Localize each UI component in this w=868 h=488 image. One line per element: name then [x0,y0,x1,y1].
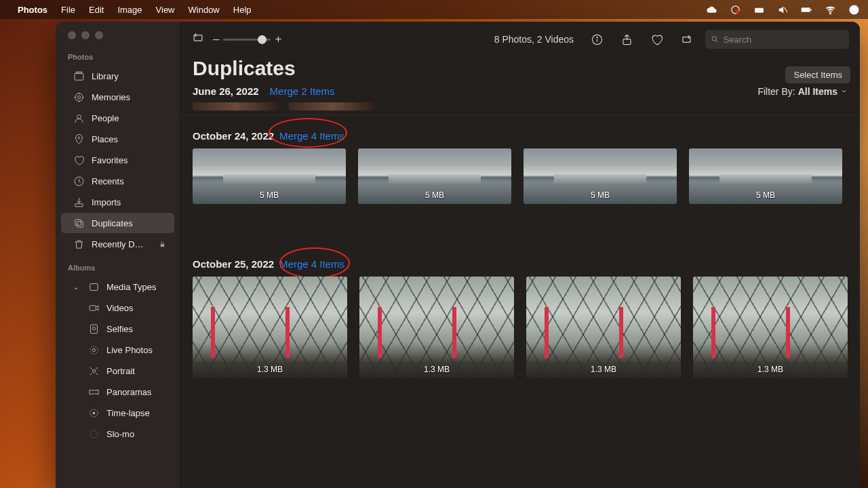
photo-thumbnail[interactable]: 1.3 MB [693,277,848,378]
timelapse-icon [88,407,100,419]
sidebar-item-favorites[interactable]: Favorites [61,150,174,170]
item-count: 8 Photos, 2 Videos [494,34,574,45]
svg-rect-20 [75,203,83,206]
menu-image[interactable]: Image [117,5,142,15]
sidebar-item-panoramas[interactable]: Panoramas [61,382,174,402]
svg-rect-25 [90,305,96,310]
sidebar-item-recents[interactable]: Recents [61,171,174,191]
zoom-out-button[interactable]: – [213,33,219,46]
menu-file[interactable]: File [61,5,75,15]
sidebar-item-library[interactable]: Library [61,66,174,86]
svg-point-27 [92,327,95,329]
sidebar-item-duplicates[interactable]: Duplicates [61,213,174,233]
file-size: 5 MB [425,190,444,200]
merge-link[interactable]: Merge 4 Items [279,130,344,142]
svg-point-28 [92,348,95,351]
sidebar-item-timelapse[interactable]: Time-lapse [61,403,174,423]
search-field[interactable] [705,30,849,49]
volume-muted-icon[interactable] [777,4,789,16]
sidebar-item-label: Portrait [106,366,135,376]
toolbar: – + 8 Photos, 2 Videos [180,22,860,57]
sidebar-item-videos[interactable]: Videos [61,298,174,318]
sidebar-item-portrait[interactable]: Portrait [61,361,174,381]
battery-icon[interactable] [801,4,812,16]
select-items-button[interactable]: Select Items [785,66,850,83]
menu-window[interactable]: Window [189,5,220,15]
photo-thumbnail[interactable]: 1.3 MB [359,277,514,378]
do-not-disturb-icon[interactable] [753,4,765,16]
file-size: 5 MB [591,190,610,200]
sidebar-item-recently-deleted[interactable]: Recently D… [61,234,174,254]
search-icon [711,35,719,44]
svg-point-18 [78,136,80,138]
window-controls[interactable] [56,31,180,39]
sidebar-item-memories[interactable]: Memories [61,87,174,107]
menu-help[interactable]: Help [233,5,252,15]
svg-point-29 [90,346,98,353]
sidebar-item-media-types[interactable]: ⌄Media Types [61,277,174,297]
zoom-track[interactable] [223,39,271,41]
record-icon[interactable] [730,4,741,16]
group-date: October 24, 2022 [193,130,274,142]
group-date: October 25, 2022 [193,258,274,270]
merge-link[interactable]: Merge 4 Items [279,258,344,270]
photo-thumbnail[interactable]: 5 MB [524,148,677,204]
favorite-button[interactable] [646,28,667,50]
trash-icon [73,239,85,250]
menu-edit[interactable]: Edit [89,5,104,15]
svg-line-3 [785,7,787,12]
page-title: Duplicates [180,57,860,85]
svg-point-32 [93,412,95,414]
zoom-in-button[interactable]: + [275,33,281,46]
menu-view[interactable]: View [156,5,175,15]
svg-rect-10 [76,72,82,73]
sidebar-item-slomo[interactable]: Slo-mo [61,424,174,444]
file-size: 5 MB [260,190,279,200]
lock-icon [159,241,166,248]
sidebar-item-selfies[interactable]: Selfies [61,319,174,339]
import-icon [73,197,85,208]
svg-point-37 [596,37,597,37]
share-button[interactable] [616,28,637,50]
merge-link[interactable]: Merge 2 Items [270,85,335,97]
wifi-icon[interactable] [825,4,836,16]
control-center-icon[interactable] [848,4,860,16]
panorama-icon [88,386,100,398]
svg-point-12 [77,96,80,98]
svg-point-6 [830,13,831,14]
svg-point-40 [712,37,716,41]
file-size: 1.3 MB [257,365,283,374]
group-date: June 26, 2022 [193,85,259,97]
sidebar-item-people[interactable]: People [61,108,174,128]
file-size: 1.3 MB [591,365,616,374]
sidebar-item-imports[interactable]: Imports [61,192,174,212]
zoom-slider[interactable]: – + [213,33,281,46]
cloud-icon[interactable] [706,4,717,16]
file-size: 1.3 MB [424,365,450,374]
sidebar-item-label: Selfies [106,324,133,334]
chevron-down-icon: ⌄ [73,283,80,291]
svg-rect-24 [90,283,98,290]
photo-thumbnail[interactable]: 1.3 MB [193,277,347,378]
svg-rect-22 [77,221,83,227]
filter-value: All Items [798,86,837,97]
search-input[interactable] [724,35,844,45]
photo-thumbnail[interactable]: 5 MB [358,148,511,204]
sidebar-item-live-photos[interactable]: Live Photos [61,340,174,360]
photo-thumbnail[interactable]: 5 MB [193,148,346,204]
info-button[interactable] [586,28,608,50]
sticky-group-header: June 26, 2022 Merge 2 Items Filter By: A… [180,85,860,102]
sidebar-item-label: Slo-mo [106,429,134,439]
filter-dropdown[interactable]: Filter By: All Items [757,86,848,97]
photo-thumbnail[interactable]: 5 MB [689,148,842,204]
rotate-right-button[interactable] [675,28,697,50]
rotate-button[interactable] [191,31,205,47]
svg-line-41 [716,41,718,43]
sidebar-item-label: Panoramas [106,387,151,397]
app-menu[interactable]: Photos [18,5,47,15]
sidebar-item-label: Live Photos [106,345,153,355]
sidebar-item-places[interactable]: Places [61,129,174,149]
group-header: October 25, 2022 Merge 4 Items [180,218,860,277]
sidebar-item-label: Recents [92,176,124,186]
photo-thumbnail[interactable]: 1.3 MB [526,277,681,378]
